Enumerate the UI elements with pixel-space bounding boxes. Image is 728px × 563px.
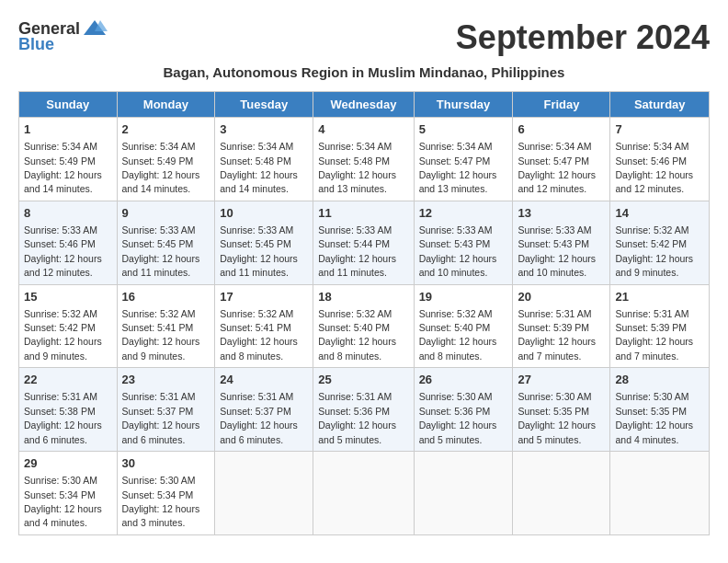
day-info: Sunrise: 5:33 AMSunset: 5:46 PMDaylight:… — [24, 224, 102, 278]
calendar-cell — [610, 452, 710, 535]
day-number: 11 — [318, 205, 408, 222]
day-number: 16 — [122, 289, 210, 305]
calendar-cell: 17Sunrise: 5:32 AMSunset: 5:41 PMDayligh… — [215, 284, 313, 368]
calendar-cell: 8Sunrise: 5:33 AMSunset: 5:46 PMDaylight… — [19, 201, 118, 284]
calendar-cell: 15Sunrise: 5:32 AMSunset: 5:42 PMDayligh… — [19, 284, 118, 368]
day-number: 5 — [419, 121, 508, 138]
calendar-cell: 2Sunrise: 5:34 AMSunset: 5:49 PMDaylight… — [117, 118, 215, 201]
day-number: 1 — [24, 121, 112, 138]
calendar-cell: 22Sunrise: 5:31 AMSunset: 5:38 PMDayligh… — [19, 368, 118, 452]
day-info: Sunrise: 5:34 AMSunset: 5:48 PMDaylight:… — [318, 141, 396, 194]
calendar-cell: 27Sunrise: 5:30 AMSunset: 5:35 PMDayligh… — [513, 368, 610, 452]
calendar-cell: 18Sunrise: 5:32 AMSunset: 5:40 PMDayligh… — [313, 284, 414, 368]
day-info: Sunrise: 5:30 AMSunset: 5:35 PMDaylight:… — [518, 391, 596, 444]
day-number: 29 — [24, 455, 112, 472]
day-info: Sunrise: 5:31 AMSunset: 5:38 PMDaylight:… — [24, 391, 102, 444]
calendar-cell: 4Sunrise: 5:34 AMSunset: 5:48 PMDaylight… — [313, 118, 414, 201]
day-number: 10 — [220, 205, 308, 222]
calendar-table: SundayMondayTuesdayWednesdayThursdayFrid… — [18, 91, 710, 535]
weekday-header-monday: Monday — [117, 92, 215, 118]
day-info: Sunrise: 5:33 AMSunset: 5:43 PMDaylight:… — [518, 224, 596, 278]
calendar-cell — [215, 452, 313, 535]
day-number: 28 — [615, 372, 704, 388]
day-number: 24 — [220, 372, 308, 388]
month-title: September 2024 — [456, 18, 710, 57]
header: General Blue September 2024 — [18, 18, 710, 57]
day-number: 20 — [518, 289, 605, 305]
calendar-cell — [313, 452, 414, 535]
logo: General Blue — [18, 18, 108, 54]
day-info: Sunrise: 5:32 AMSunset: 5:40 PMDaylight:… — [419, 308, 497, 362]
calendar-cell — [513, 452, 610, 535]
day-info: Sunrise: 5:32 AMSunset: 5:42 PMDaylight:… — [24, 308, 102, 362]
day-info: Sunrise: 5:34 AMSunset: 5:48 PMDaylight:… — [220, 141, 298, 194]
subtitle: Bagan, Autonomous Region in Muslim Minda… — [18, 64, 710, 80]
logo-blue-text: Blue — [18, 35, 54, 54]
day-info: Sunrise: 5:33 AMSunset: 5:43 PMDaylight:… — [419, 224, 497, 278]
day-info: Sunrise: 5:34 AMSunset: 5:47 PMDaylight:… — [518, 141, 596, 194]
weekday-header-saturday: Saturday — [610, 92, 710, 118]
day-number: 19 — [419, 289, 508, 305]
day-number: 23 — [122, 372, 210, 388]
day-number: 14 — [615, 205, 704, 222]
calendar-cell: 23Sunrise: 5:31 AMSunset: 5:37 PMDayligh… — [117, 368, 215, 452]
logo-icon — [82, 18, 108, 39]
calendar-cell: 21Sunrise: 5:31 AMSunset: 5:39 PMDayligh… — [610, 284, 710, 368]
day-number: 18 — [318, 289, 408, 305]
day-info: Sunrise: 5:32 AMSunset: 5:41 PMDaylight:… — [122, 308, 200, 362]
calendar-cell: 1Sunrise: 5:34 AMSunset: 5:49 PMDaylight… — [19, 118, 118, 201]
day-info: Sunrise: 5:34 AMSunset: 5:49 PMDaylight:… — [122, 141, 200, 194]
day-info: Sunrise: 5:31 AMSunset: 5:37 PMDaylight:… — [122, 391, 200, 444]
day-number: 3 — [220, 121, 308, 138]
calendar-cell: 13Sunrise: 5:33 AMSunset: 5:43 PMDayligh… — [513, 201, 610, 284]
calendar-cell: 28Sunrise: 5:30 AMSunset: 5:35 PMDayligh… — [610, 368, 710, 452]
day-info: Sunrise: 5:31 AMSunset: 5:39 PMDaylight:… — [615, 308, 693, 362]
day-info: Sunrise: 5:30 AMSunset: 5:35 PMDaylight:… — [615, 391, 693, 444]
calendar-cell: 26Sunrise: 5:30 AMSunset: 5:36 PMDayligh… — [414, 368, 513, 452]
day-number: 8 — [24, 205, 112, 222]
calendar-cell: 30Sunrise: 5:30 AMSunset: 5:34 PMDayligh… — [117, 452, 215, 535]
day-info: Sunrise: 5:32 AMSunset: 5:40 PMDaylight:… — [318, 308, 396, 362]
weekday-header-wednesday: Wednesday — [313, 92, 414, 118]
calendar-cell: 5Sunrise: 5:34 AMSunset: 5:47 PMDaylight… — [414, 118, 513, 201]
calendar-cell: 3Sunrise: 5:34 AMSunset: 5:48 PMDaylight… — [215, 118, 313, 201]
day-number: 4 — [318, 121, 408, 138]
day-info: Sunrise: 5:33 AMSunset: 5:45 PMDaylight:… — [122, 224, 200, 278]
day-number: 30 — [122, 455, 210, 472]
day-info: Sunrise: 5:34 AMSunset: 5:46 PMDaylight:… — [615, 141, 693, 194]
day-info: Sunrise: 5:34 AMSunset: 5:47 PMDaylight:… — [419, 141, 497, 194]
day-info: Sunrise: 5:32 AMSunset: 5:42 PMDaylight:… — [615, 224, 693, 278]
weekday-header-sunday: Sunday — [19, 92, 118, 118]
day-number: 25 — [318, 372, 408, 388]
weekday-header-thursday: Thursday — [414, 92, 513, 118]
calendar-cell: 19Sunrise: 5:32 AMSunset: 5:40 PMDayligh… — [414, 284, 513, 368]
day-number: 6 — [518, 121, 605, 138]
calendar-cell: 16Sunrise: 5:32 AMSunset: 5:41 PMDayligh… — [117, 284, 215, 368]
calendar-cell — [414, 452, 513, 535]
day-number: 26 — [419, 372, 508, 388]
day-info: Sunrise: 5:33 AMSunset: 5:45 PMDaylight:… — [220, 224, 298, 278]
day-number: 13 — [518, 205, 605, 222]
day-number: 2 — [122, 121, 210, 138]
calendar-cell: 11Sunrise: 5:33 AMSunset: 5:44 PMDayligh… — [313, 201, 414, 284]
calendar-cell: 10Sunrise: 5:33 AMSunset: 5:45 PMDayligh… — [215, 201, 313, 284]
weekday-header-friday: Friday — [513, 92, 610, 118]
day-number: 21 — [615, 289, 704, 305]
calendar-cell: 9Sunrise: 5:33 AMSunset: 5:45 PMDaylight… — [117, 201, 215, 284]
calendar-cell: 25Sunrise: 5:31 AMSunset: 5:36 PMDayligh… — [313, 368, 414, 452]
calendar-cell: 20Sunrise: 5:31 AMSunset: 5:39 PMDayligh… — [513, 284, 610, 368]
calendar-cell: 14Sunrise: 5:32 AMSunset: 5:42 PMDayligh… — [610, 201, 710, 284]
day-info: Sunrise: 5:30 AMSunset: 5:36 PMDaylight:… — [419, 391, 497, 444]
calendar-cell: 6Sunrise: 5:34 AMSunset: 5:47 PMDaylight… — [513, 118, 610, 201]
day-number: 22 — [24, 372, 112, 388]
day-info: Sunrise: 5:32 AMSunset: 5:41 PMDaylight:… — [220, 308, 298, 362]
day-info: Sunrise: 5:31 AMSunset: 5:39 PMDaylight:… — [518, 308, 596, 362]
day-number: 17 — [220, 289, 308, 305]
calendar-cell: 29Sunrise: 5:30 AMSunset: 5:34 PMDayligh… — [19, 452, 118, 535]
day-info: Sunrise: 5:31 AMSunset: 5:36 PMDaylight:… — [318, 391, 396, 444]
day-number: 9 — [122, 205, 210, 222]
weekday-header-tuesday: Tuesday — [215, 92, 313, 118]
calendar-cell: 7Sunrise: 5:34 AMSunset: 5:46 PMDaylight… — [610, 118, 710, 201]
day-info: Sunrise: 5:30 AMSunset: 5:34 PMDaylight:… — [24, 475, 102, 528]
day-info: Sunrise: 5:33 AMSunset: 5:44 PMDaylight:… — [318, 224, 396, 278]
